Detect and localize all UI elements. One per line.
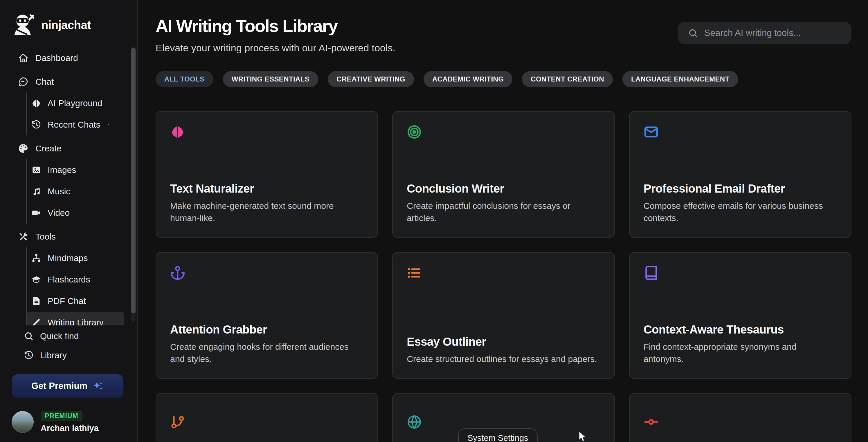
image-icon [31,165,41,175]
sidebar-item-mindmaps[interactable]: Mindmaps [27,247,137,269]
sidebar-item-writing-library[interactable]: Writing Library [27,312,124,326]
tool-card-text-naturalizer[interactable]: Text NaturalizerMake machine-generated t… [156,111,378,238]
list-icon [407,265,422,280]
sidebar-item-label: Tools [35,232,56,242]
filter-academic-writing[interactable]: ACADEMIC WRITING [424,71,513,87]
tool-card-title: Attention Grabber [170,323,364,336]
sidebar-item-music[interactable]: Music [27,181,137,202]
main-content: AI Writing Tools Library Elevate your wr… [138,0,868,442]
history-icon [31,120,41,130]
sidebar-item-quick-find[interactable]: Quick find [0,327,137,346]
tool-card-context-aware-thesaurus[interactable]: Context-Aware ThesaurusFind context-appr… [629,252,851,379]
tool-card-conclusion-writer[interactable]: Conclusion WriterCreate impactful conclu… [392,111,615,238]
tool-card-description: Find context-appropriate synonyms and an… [644,341,837,366]
premium-button-label: Get Premium [31,381,87,391]
filter-content-creation[interactable]: CONTENT CREATION [522,71,613,87]
target-icon [407,125,422,139]
filter-chip-row: ALL TOOLSWRITING ESSENTIALSCREATIVE WRIT… [156,71,851,87]
file-text-icon [31,296,41,306]
home-icon [18,53,28,63]
tool-card-professional-email-drafter[interactable]: Professional Email DrafterCompose effect… [629,111,851,238]
premium-badge: PREMIUM [41,411,83,421]
tool-card-attention-grabber[interactable]: Attention GrabberCreate engaging hooks f… [156,252,378,379]
anchor-icon [170,265,185,280]
sidebar-item-images[interactable]: Images [27,159,137,181]
sidebar: ninjachat DashboardChatAI PlaygroundRece… [0,0,138,442]
search-icon [688,28,698,38]
ninjachat-logo-icon [11,13,36,38]
filter-creative-writing[interactable]: CREATIVE WRITING [328,71,414,87]
git-commit-icon [644,414,659,430]
sidebar-item-label: Writing Library [48,317,104,326]
search-icon [24,331,34,341]
chat-icon [18,76,28,87]
sidebar-item-label: Create [35,143,62,154]
user-avatar [11,411,34,433]
user-name: Archan lathiya [41,423,99,433]
tool-card-title: Essay Outliner [407,335,600,348]
sidebar-item-library[interactable]: Library [0,346,137,365]
sidebar-item-create[interactable]: Create [0,138,137,159]
sidebar-footer: Quick findLibrary Get Premium PREMIUM Ar… [0,326,137,442]
sidebar-item-flashcards[interactable]: Flashcards [27,269,137,290]
user-profile[interactable]: PREMIUM Archan lathiya [11,411,137,433]
video-icon [31,208,41,218]
mouse-cursor [578,431,588,442]
get-premium-button[interactable]: Get Premium [11,374,123,398]
sidebar-item-video[interactable]: Video [27,202,137,224]
sidebar-item-label: Music [48,186,70,196]
sidebar-nav: DashboardChatAI PlaygroundRecent ChatsCr… [0,47,137,326]
sidebar-item-recent-chats[interactable]: Recent Chats [27,114,137,135]
filter-writing-essentials[interactable]: WRITING ESSENTIALS [223,71,318,87]
tool-card-title: Text Naturalizer [170,182,364,195]
palette-icon [18,143,28,154]
search-input[interactable] [704,28,841,38]
sidebar-item-chat[interactable]: Chat [0,71,137,93]
mail-icon [644,125,659,139]
tools-grid: Text NaturalizerMake machine-generated t… [156,111,851,442]
tool-card-title: Professional Email Drafter [644,182,837,195]
tool-card-description: Create structured outlines for essays an… [407,353,600,366]
brand-logo[interactable]: ninjachat [0,0,137,47]
sidebar-item-label: PDF Chat [48,296,86,306]
filter-all-tools[interactable]: ALL TOOLS [156,71,213,87]
book-icon [644,265,659,280]
sidebar-item-label: Chat [35,77,54,87]
sidebar-item-label: Images [48,165,76,175]
tool-card-title: Context-Aware Thesaurus [644,323,837,336]
tool-card-description: Create engaging hooks for different audi… [170,341,364,366]
sidebar-item-label: Recent Chats [48,120,100,130]
tool-card-essay-outliner[interactable]: Essay OutlinerCreate structured outlines… [392,252,615,379]
tool-card-git-branch[interactable] [156,393,378,442]
sidebar-item-ai-playground[interactable]: AI Playground [27,93,137,114]
tool-card-title: Conclusion Writer [407,182,600,195]
mindmap-icon [31,253,41,263]
filter-language-enhancement[interactable]: LANGUAGE ENHANCEMENT [622,71,738,87]
sidebar-subgroup-tools: MindmapsFlashcardsPDF ChatWriting Librar… [26,247,137,326]
sparkles-icon [92,380,104,392]
sidebar-item-tools[interactable]: Tools [0,226,137,247]
tools-icon [18,232,28,242]
sidebar-item-label: Video [48,208,70,218]
page-title: AI Writing Tools Library [156,16,395,36]
music-icon [31,186,41,196]
chevron-right-icon[interactable] [107,121,110,129]
sidebar-item-label: Library [40,350,67,360]
tool-card-description: Create impactful conclusions for essays … [407,200,600,225]
tool-card-description: Compose effective emails for various bus… [644,200,837,225]
sidebar-subgroup-chat: AI PlaygroundRecent Chats [26,93,137,135]
globe-icon [407,414,422,430]
page-subtitle: Elevate your writing process with our AI… [156,42,395,54]
tool-card-git-commit[interactable] [629,393,851,442]
brain-icon [170,125,185,139]
app-window: ninjachat DashboardChatAI PlaygroundRece… [0,0,868,442]
sidebar-scrollbar-thumb[interactable] [131,48,135,313]
sidebar-item-dashboard[interactable]: Dashboard [0,47,137,69]
sidebar-item-label: AI Playground [48,98,102,108]
pencil-icon [31,317,41,326]
sidebar-item-label: Dashboard [35,53,78,63]
sidebar-item-pdf-chat[interactable]: PDF Chat [27,290,137,312]
git-branch-icon [170,414,185,430]
sidebar-item-label: Quick find [40,331,79,341]
tool-card-description: Make machine-generated text sound more h… [170,200,364,225]
